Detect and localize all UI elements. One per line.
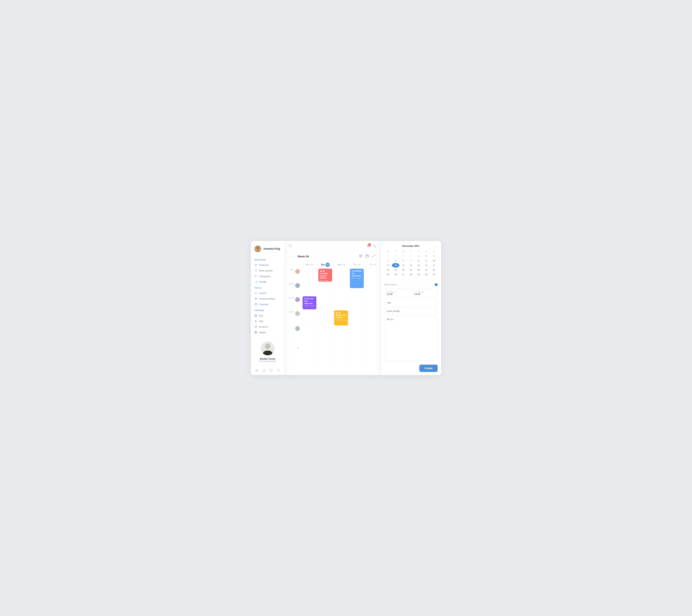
next-week-button[interactable]: › [293,254,296,259]
sidebar-item-search[interactable]: Search [251,290,284,296]
mini-next-button[interactable]: › [435,244,438,248]
mini-day-13[interactable]: 13 [399,263,407,268]
notes-textarea[interactable] [384,316,438,361]
mini-day-5[interactable]: 5 [392,259,399,263]
mini-day-21[interactable]: 21 [407,268,414,272]
event-title: Bank meeting Coutts Strand [320,270,330,279]
add-event-button[interactable]: + [295,345,301,350]
sidebar-item-sell[interactable]: Sell [251,318,284,324]
header-search-icon[interactable] [289,244,292,248]
sidebar-item-wallet[interactable]: Wallet [251,330,284,335]
event-bank-meeting[interactable]: Bank meeting Coutts Strand 9:00 - 9:00 [318,269,332,282]
svg-line-24 [291,246,292,247]
event-front-end[interactable]: Front end dev. interview 11:00 - 12:00 [303,296,316,309]
svg-marker-20 [255,369,258,371]
mini-day-11[interactable]: 11 [384,263,392,268]
mini-day-29[interactable]: 29 [415,272,422,277]
sidebar-item-buy[interactable]: Buy [251,313,284,318]
mini-day-6[interactable]: 6 [399,259,407,263]
mini-day-28[interactable]: 28 [407,272,414,277]
invite-people-input[interactable] [384,308,438,314]
event-time: 9:00 - 9:00 [320,280,330,282]
sidebar-item-categories[interactable]: Categories [251,273,284,279]
mini-day-20[interactable]: 20 [399,268,407,272]
mini-day-25[interactable]: 25 [384,272,392,277]
event-title-input[interactable] [384,300,438,306]
grid-view-button[interactable] [358,254,363,259]
mini-day-26[interactable]: 26 [392,272,399,277]
right-panel: ‹ December 2017 › M T W T F S S 27 28 29… [381,241,441,375]
bottom-comment-icon[interactable] [270,369,273,372]
start-date-block[interactable]: Fri, Dec 12 13:00 [384,289,410,298]
mini-day-14[interactable]: 14 [407,263,414,268]
end-date-block[interactable]: Fri, Dec 15 14:00 [412,289,438,298]
mini-day-7[interactable]: 7 [407,259,414,263]
mini-day-28-nov[interactable]: 28 [392,254,399,258]
mini-day-12-today[interactable]: 12 [392,263,399,268]
mini-day-19[interactable]: 19 [392,268,399,272]
svg-marker-2 [255,264,257,266]
sidebar-item-featured[interactable]: Featured [251,262,284,268]
mini-day-15[interactable]: 15 [415,263,422,268]
mini-day-30[interactable]: 30 [423,272,430,277]
main-header: 6 [284,241,381,251]
sidebar-item-create-portfolio[interactable]: Create portfolio [251,296,284,302]
expand-view-button[interactable] [371,254,376,259]
notification-button[interactable]: 6 [367,244,370,248]
mini-day-30-nov[interactable]: 30 [407,254,414,258]
mini-day-3[interactable]: 3 [430,254,438,258]
mini-day-27-nov[interactable]: 27 [384,254,392,258]
mini-day-1[interactable]: 1 [415,254,422,258]
end-date-label: Fri, Dec 15 [414,291,435,293]
header-actions: 6 [367,244,376,248]
mini-calendar: ‹ December 2017 › M T W T F S S 27 28 29… [381,241,441,280]
sidebar-item-most-popular[interactable]: Most popular [251,268,284,273]
day-col-tue: Bank meeting Coutts Strand 9:00 - 9:00 [318,268,333,375]
sidebar-item-shuffle[interactable]: Shuffle [251,279,284,285]
wallet-icon [254,331,257,334]
mini-day-10[interactable]: 10 [430,259,438,263]
mini-day-4[interactable]: 4 [384,259,392,263]
tools-label: TOOLS [251,285,284,290]
search-icon [254,291,257,294]
event-avatar-2 [295,283,300,288]
mini-day-16[interactable]: 16 [423,263,430,268]
mini-day-2[interactable]: 2 [423,254,430,258]
cal-view-button[interactable] [365,254,370,259]
star-icon [254,263,257,266]
finance-label: FINANCE [251,307,284,313]
bottom-share-icon[interactable] [262,369,265,372]
power-icon[interactable] [373,244,376,248]
bottom-star-icon[interactable] [255,369,258,372]
mini-day-27[interactable]: 27 [399,272,407,277]
day-header-fri: Fri 15 [365,261,381,268]
mini-day-29-nov[interactable]: 29 [399,254,407,258]
mini-day-8[interactable]: 8 [415,259,422,263]
day-header-mon: Mon 11 [302,261,318,268]
prev-week-button[interactable]: ‹ [289,254,293,259]
mini-day-18[interactable]: 18 [384,268,392,272]
avatars-column: + [295,261,302,375]
sidebar-username: Amanda King [263,247,280,250]
new-event-label: New event [384,283,435,286]
mini-day-24[interactable]: 24 [430,268,438,272]
bottom-person-icon[interactable] [277,369,280,372]
svg-rect-26 [360,255,361,256]
event-biggin-hill[interactable]: Be at Biggin Hill Airport 12:00 - 13:30 [334,310,348,326]
event-freshfields[interactable]: Freshfields UX workshop 9:00 - 10:30 [350,269,364,288]
search-label: Search [259,292,267,294]
mini-day-9[interactable]: 9 [423,259,430,263]
mini-prev-button[interactable]: ‹ [384,244,387,248]
svg-line-35 [372,256,373,257]
sidebar: Amanda King DISCOVER Featured Most popul… [251,241,284,375]
mini-day-22[interactable]: 22 [415,268,422,272]
create-event-button[interactable]: Create [419,365,438,372]
event-color-dot[interactable] [435,283,438,286]
time-12: 12:00 [284,310,295,325]
sidebar-item-calendar[interactable]: Calendar [251,302,284,307]
mini-day-31[interactable]: 31 [430,272,438,277]
mini-day-17[interactable]: 17 [430,263,438,268]
sidebar-item-invoices[interactable]: Invoices [251,324,284,330]
mini-day-23[interactable]: 23 [423,268,430,272]
sidebar-profile: Amelia Turner Personal assistant [251,338,284,366]
